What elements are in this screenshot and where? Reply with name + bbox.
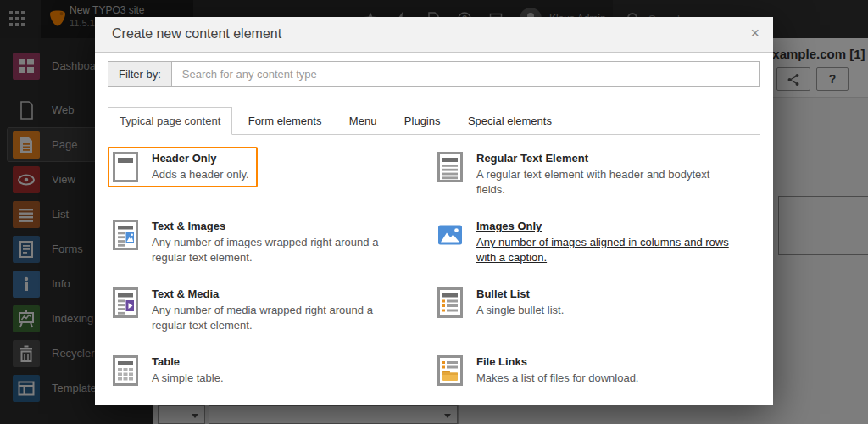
close-icon[interactable]: ×	[750, 25, 760, 42]
header-only-icon	[113, 152, 138, 182]
content-type-search-input[interactable]	[171, 61, 760, 87]
file-links-icon	[437, 355, 463, 386]
content-element-list: Header Only Adds a header only. Regular …	[108, 135, 760, 391]
text-icon	[437, 152, 463, 182]
item-file-links[interactable]: File Links Makes a list of files for dow…	[432, 350, 647, 391]
item-title: Bullet List	[476, 287, 564, 300]
tab-form-elements[interactable]: Form elements	[236, 107, 334, 135]
new-content-element-modal: Create new content element × Filter by: …	[95, 17, 773, 405]
item-title: File Links	[476, 355, 638, 368]
item-header-only[interactable]: Header Only Adds a header only.	[108, 147, 258, 187]
tab-plugins[interactable]: Plugins	[392, 107, 453, 135]
item-description: Any number of images wrapped right aroun…	[152, 235, 406, 265]
item-images-only[interactable]: Images Only Any number of images aligned…	[432, 215, 739, 271]
images-only-icon	[437, 220, 463, 250]
item-title: Text & Images	[152, 220, 406, 232]
filter-label: Filter by:	[108, 61, 171, 87]
item-description: A regular text element with header and b…	[476, 167, 731, 198]
item-title: Text & Media	[152, 287, 406, 300]
modal-header: Create new content element ×	[95, 17, 773, 53]
item-title: Regular Text Element	[476, 152, 731, 165]
bullet-list-icon	[437, 287, 463, 318]
modal-title: Create new content element	[112, 26, 281, 42]
item-title: Images Only	[476, 220, 731, 232]
item-title: Table	[152, 355, 224, 368]
text-media-icon	[113, 287, 138, 318]
item-description: A simple table.	[152, 371, 224, 386]
item-description: Any number of images aligned in columns …	[476, 235, 731, 265]
filter-bar: Filter by:	[108, 61, 760, 87]
item-title: Header Only	[152, 152, 249, 165]
tab-typical-page-content[interactable]: Typical page content	[108, 107, 232, 135]
item-description: Any number of media wrapped right around…	[152, 303, 406, 333]
item-text-and-images[interactable]: Text & Images Any number of images wrapp…	[108, 215, 415, 271]
item-regular-text-element[interactable]: Regular Text Element A regular text elem…	[432, 147, 739, 203]
item-text-and-media[interactable]: Text & Media Any number of media wrapped…	[108, 282, 415, 338]
item-description: Makes a list of files for download.	[476, 371, 638, 386]
tab-special-elements[interactable]: Special elements	[456, 107, 564, 135]
item-bullet-list[interactable]: Bullet List A single bullet list.	[432, 282, 572, 323]
tab-menu[interactable]: Menu	[337, 107, 389, 135]
item-description: Adds a header only.	[152, 167, 249, 182]
table-icon	[113, 355, 138, 386]
item-table[interactable]: Table A simple table.	[108, 350, 232, 391]
content-element-tabs: Typical page content Form elements Menu …	[108, 107, 760, 135]
typo3-backend: New TYPO3 site 11.5.1 ? Klaus Admin Sear…	[0, 0, 868, 424]
item-description: A single bullet list.	[476, 303, 564, 318]
text-images-icon	[113, 220, 138, 250]
